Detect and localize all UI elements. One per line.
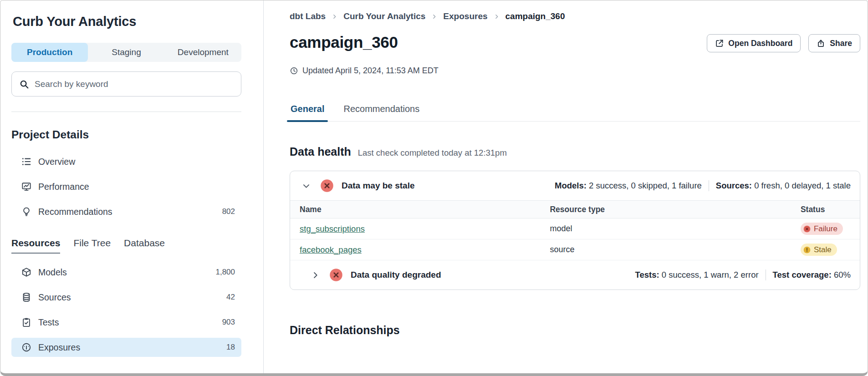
open-dashboard-button[interactable]: Open Dashboard [707,34,801,52]
status-badge-stale: Stale [801,244,837,256]
error-circle-icon [329,268,343,282]
sidebar-item-overview[interactable]: Overview [11,152,241,171]
share-label: Share [830,39,852,48]
breadcrumb-dbt-labs[interactable]: dbt Labs [290,11,326,21]
env-tab-staging[interactable]: Staging [88,43,164,62]
chevron-right-icon [332,14,337,20]
column-name: Name [290,205,550,214]
breadcrumb: dbt Labs Curb Your Analytics Exposures c… [290,11,860,21]
column-status: Status [801,205,860,214]
search-icon [19,79,29,89]
chevron-right-icon[interactable] [311,271,320,279]
chevron-down-icon[interactable] [302,182,311,190]
direct-relationships-heading: Direct Relationships [290,324,860,337]
table-header: Name Resource type Status [290,200,860,218]
database-icon [21,292,31,302]
quality-group-stats: Tests: 0 success, 1 warn, 2 error Test c… [635,269,851,280]
env-tab-production[interactable]: Production [11,43,88,62]
share-button[interactable]: Share [808,34,860,52]
tab-database[interactable]: Database [124,238,165,253]
column-resource-type: Resource type [550,205,800,214]
sidebar: Curb Your Analytics Production Staging D… [0,0,264,373]
sidebar-item-exposures[interactable]: Exposures 18 [11,338,241,357]
item-count: 18 [226,343,235,352]
project-details-nav: Overview Performance [11,152,241,221]
stat-divider [766,269,766,280]
item-count: 903 [222,318,235,327]
resource-link-facebook-pages[interactable]: facebook_pages [300,245,362,254]
clock-icon [290,66,298,75]
app-window: Curb Your Analytics Production Staging D… [0,0,868,376]
chevron-right-icon [431,14,437,20]
quality-group-row: Data quality degraded Tests: 0 success, … [290,260,860,290]
stale-group-row: Data may be stale Models: 2 success, 0 s… [290,171,860,200]
table-row: facebook_pages source Stale [290,239,860,260]
sidebar-item-label: Models [38,267,67,278]
tab-file-tree[interactable]: File Tree [73,238,111,253]
breadcrumb-current: campaign_360 [505,11,565,21]
resource-link-stg-subscriptions[interactable]: stg_subscriptions [300,224,365,234]
sidebar-item-label: Tests [38,317,59,328]
data-health-heading: Data health [290,145,351,158]
environment-switcher: Production Staging Development [11,43,241,62]
open-dashboard-label: Open Dashboard [728,39,792,48]
lightbulb-icon [21,207,31,217]
breadcrumb-project[interactable]: Curb Your Analytics [343,11,425,21]
stat-value: 0 success, 1 warn, 2 error [662,270,759,280]
search-input[interactable] [35,79,234,89]
sidebar-item-label: Overview [38,157,75,167]
breadcrumb-exposures[interactable]: Exposures [443,11,487,21]
resources-nav: Models 1,800 Sources 42 [11,263,241,357]
sidebar-item-performance[interactable]: Performance [11,177,241,196]
tab-general[interactable]: General [290,104,325,121]
sidebar-item-label: Performance [38,182,89,192]
search-box[interactable] [11,71,241,97]
error-circle-icon [320,179,334,193]
stale-group-title: Data may be stale [342,181,415,191]
clipboard-check-icon [21,317,31,327]
stat-label: Sources: [716,181,752,191]
page-actions: Open Dashboard Share [707,34,860,52]
stat-divider [709,180,709,191]
list-icon [21,157,31,167]
table-row: stg_subscriptions model Failure [290,218,860,239]
stat-label: Test coverage: [773,270,832,280]
resource-type-cell: source [550,245,800,254]
tab-recommendations[interactable]: Recommendations [342,104,420,121]
updated-text: Updated April 5, 2024, 11:53 AM EDT [302,66,439,76]
item-count: 802 [222,207,235,216]
item-count: 42 [226,293,235,302]
performance-icon [21,182,31,192]
project-title: Curb Your Analytics [13,14,241,29]
failure-circle-icon [803,225,811,233]
stat-value: 0 fresh, 0 delayed, 1 stale [754,181,851,191]
sidebar-item-label: Recommendations [38,207,112,217]
env-tab-development[interactable]: Development [165,43,241,62]
chevron-right-icon [494,14,500,20]
project-details-heading: Project Details [11,128,241,141]
page-tabs: General Recommendations [290,104,860,122]
cube-icon [21,267,31,277]
resource-type-cell: model [550,224,800,234]
external-link-icon [715,39,724,48]
last-check-text: Last check completed today at 12:31pm [358,148,507,158]
item-count: 1,800 [215,268,235,277]
sidebar-item-sources[interactable]: Sources 42 [11,288,241,307]
stat-label: Models: [555,181,587,191]
warning-circle-icon [803,246,811,254]
resource-view-tabs: Resources File Tree Database [11,238,241,254]
sidebar-item-label: Sources [38,292,71,303]
sidebar-item-models[interactable]: Models 1,800 [11,263,241,282]
sidebar-item-label: Exposures [38,342,80,353]
sidebar-item-recommendations[interactable]: Recommendations 802 [11,202,241,221]
sidebar-item-tests[interactable]: Tests 903 [11,313,241,332]
quality-group-title: Data quality degraded [351,270,441,280]
main-content: dbt Labs Curb Your Analytics Exposures c… [264,0,868,373]
stale-group-stats: Models: 2 success, 0 skipped, 1 failure … [555,180,851,191]
status-label: Failure [814,224,837,234]
stat-value: 2 success, 0 skipped, 1 failure [589,181,702,191]
status-label: Stale [814,245,832,254]
tab-resources[interactable]: Resources [11,238,60,254]
updated-timestamp: Updated April 5, 2024, 11:53 AM EDT [290,66,860,76]
data-health-card: Data may be stale Models: 2 success, 0 s… [290,171,860,290]
